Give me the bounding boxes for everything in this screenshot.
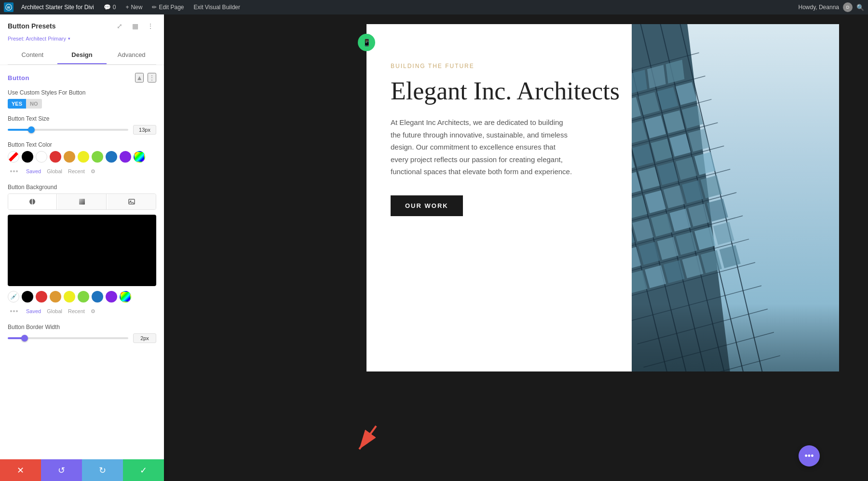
redo-button[interactable]: ↻ <box>82 459 123 481</box>
color-swatch-black[interactable] <box>22 151 33 163</box>
toggle-custom-styles[interactable]: YES NO <box>8 99 42 109</box>
admin-bar-right: Howdy, Deanna D 🔍 <box>799 2 865 12</box>
section-collapse-icon[interactable]: ▲ <box>135 73 144 82</box>
bg-gradient-btn[interactable] <box>58 194 107 209</box>
panel-title-row: Button Presets ⤢ ▦ ⋮ <box>8 20 156 32</box>
bg-color-swatches: 💉 <box>8 291 156 302</box>
button-text-size-value: 13px <box>133 125 156 135</box>
button-bg-label: Button Background <box>8 184 156 191</box>
search-icon[interactable]: 🔍 <box>856 4 864 11</box>
exit-vb-button[interactable]: Exit Visual Builder <box>191 0 242 14</box>
page-canvas: 📱 BUILDING THE FUTURE Elegant Inc. Archi… <box>164 14 868 481</box>
toggle-no-label: NO <box>26 99 42 109</box>
button-border-width-slider[interactable] <box>8 337 128 339</box>
bg-color-picker[interactable] <box>120 291 131 302</box>
panel-body: Button ▲ ⋮ Use Custom Styles For Button … <box>0 65 164 459</box>
color-dot-2 <box>13 170 15 172</box>
new-button[interactable]: + New <box>123 0 144 14</box>
color-dot-3 <box>16 170 18 172</box>
cancel-button[interactable]: ✕ <box>0 459 41 481</box>
bg-gear-btn[interactable]: ⚙ <box>91 308 95 315</box>
building-image-panel <box>632 24 839 371</box>
field-use-custom-styles: Use Custom Styles For Button YES NO <box>8 89 156 109</box>
color-swatch-blue[interactable] <box>106 151 117 163</box>
red-arrow-svg <box>350 421 383 455</box>
bg-saved-btn[interactable]: Saved <box>26 308 41 314</box>
section-menu-icon[interactable]: ⋮ <box>148 73 156 82</box>
save-button[interactable]: ✓ <box>123 459 164 481</box>
bg-dot-3 <box>16 310 18 312</box>
color-swatch-orange[interactable] <box>64 151 75 163</box>
button-text-size-slider[interactable] <box>8 129 128 131</box>
bg-color-blue[interactable] <box>92 291 103 302</box>
comment-count[interactable]: 💬 0 <box>102 0 118 14</box>
color-saved-btn[interactable]: Saved <box>26 168 41 174</box>
bg-color-green[interactable] <box>78 291 89 302</box>
bottom-bar: ✕ ↺ ↻ ✓ <box>0 459 164 481</box>
field-button-border-width: Button Border Width 2px <box>8 324 156 343</box>
page-content: BUILDING THE FUTURE Elegant Inc. Archite… <box>366 24 665 240</box>
main-content: Button Presets ⤢ ▦ ⋮ Preset: Architect P… <box>0 14 868 481</box>
bg-color-orange[interactable] <box>50 291 61 302</box>
tab-content[interactable]: Content <box>8 46 57 64</box>
color-gear-btn[interactable]: ⚙ <box>91 168 95 175</box>
tab-advanced[interactable]: Advanced <box>107 46 156 64</box>
bg-solid-btn[interactable] <box>8 194 57 209</box>
edit-page-button[interactable]: ✏ Edit Page <box>150 0 186 14</box>
svg-text:W: W <box>7 6 11 9</box>
color-recent-btn[interactable]: Recent <box>68 168 85 174</box>
panel-title-icons: ⤢ ▦ ⋮ <box>114 20 156 32</box>
panel-preset-subtitle[interactable]: Preset: Architect Primary ▾ <box>8 36 156 41</box>
building-svg <box>632 24 839 371</box>
panel-tabs: Content Design Advanced <box>8 46 156 65</box>
canvas-area: 📱 BUILDING THE FUTURE Elegant Inc. Archi… <box>164 14 868 481</box>
color-swatch-purple[interactable] <box>120 151 131 163</box>
our-work-button[interactable]: OUR WORK <box>391 195 463 216</box>
page-eyebrow: BUILDING THE FUTURE <box>391 63 641 69</box>
field-button-text-color: Button Text Color <box>8 141 156 177</box>
wordpress-logo[interactable]: W <box>4 2 14 12</box>
bg-color-black[interactable] <box>22 291 33 302</box>
page-container: 📱 BUILDING THE FUTURE Elegant Inc. Archi… <box>366 24 665 371</box>
color-dots-more[interactable] <box>8 165 20 177</box>
button-border-width-value: 2px <box>133 333 156 343</box>
panel-expand-icon[interactable]: ⤢ <box>114 20 125 32</box>
divi-section-handle[interactable]: 📱 <box>358 34 375 51</box>
bg-color-yellow[interactable] <box>64 291 75 302</box>
color-swatch-white[interactable] <box>36 151 47 163</box>
bg-color-red[interactable] <box>36 291 47 302</box>
admin-bar: W Architect Starter Site for Divi 💬 0 + … <box>0 0 868 14</box>
color-global-btn[interactable]: Global <box>47 168 62 174</box>
user-avatar[interactable]: D <box>843 2 853 12</box>
section-controls: ▲ ⋮ <box>135 73 156 82</box>
bg-color-preview <box>8 215 156 286</box>
undo-button[interactable]: ↺ <box>41 459 82 481</box>
bg-eyedropper[interactable]: 💉 <box>8 291 19 302</box>
color-dot-1 <box>10 170 12 172</box>
panel-menu-icon[interactable]: ⋮ <box>145 20 156 32</box>
left-panel: Button Presets ⤢ ▦ ⋮ Preset: Architect P… <box>0 14 164 481</box>
site-name[interactable]: Architect Starter Site for Divi <box>19 0 96 14</box>
page-body-text: At Elegant Inc Architects, we are dedica… <box>391 116 574 178</box>
bg-image-btn[interactable] <box>108 194 156 209</box>
bg-global-btn[interactable]: Global <box>47 308 62 314</box>
color-swatch-yellow[interactable] <box>78 151 89 163</box>
field-button-text-size: Button Text Size 13px <box>8 115 156 135</box>
bg-color-purple[interactable] <box>106 291 117 302</box>
bg-color-dots[interactable] <box>8 305 20 317</box>
tab-design[interactable]: Design <box>57 46 107 64</box>
bg-color-row-actions: Saved Global Recent ⚙ <box>8 305 156 317</box>
color-swatch-red[interactable] <box>50 151 61 163</box>
section-header-button: Button ▲ ⋮ <box>8 73 156 82</box>
button-text-color-swatches <box>8 151 156 163</box>
color-swatch-picker[interactable] <box>134 151 145 163</box>
bg-type-selector <box>8 193 156 210</box>
panel-columns-icon[interactable]: ▦ <box>129 20 141 32</box>
bg-recent-btn[interactable]: Recent <box>68 308 85 314</box>
button-text-size-label: Button Text Size <box>8 115 156 122</box>
fab-more-button[interactable]: ••• <box>799 445 820 467</box>
color-swatch-green[interactable] <box>92 151 103 163</box>
panel-title: Button Presets <box>8 22 56 30</box>
color-swatch-transparent[interactable] <box>8 151 19 163</box>
toggle-container: YES NO <box>8 99 156 109</box>
